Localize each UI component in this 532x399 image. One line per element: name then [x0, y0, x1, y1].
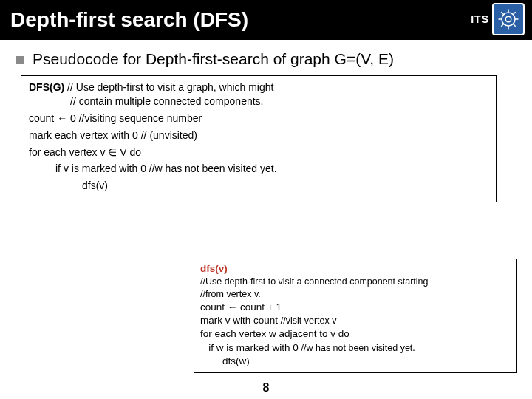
its-logo [492, 3, 525, 35]
page-number: 8 [0, 381, 532, 395]
page-title: Depth-first search (DFS) [10, 8, 248, 32]
svg-line-8 [501, 24, 503, 27]
code-comment: //w has not been visited yet. [301, 343, 415, 353]
svg-line-7 [514, 24, 516, 27]
code-comment: //from vertex v. [200, 288, 511, 301]
gear-icon [497, 8, 519, 30]
code-line: mark v with count //visit vertex v [200, 314, 511, 327]
pseudocode-main-box: DFS(G) // Use depth-first to visit a gra… [21, 75, 497, 202]
svg-line-6 [501, 12, 503, 14]
code-line: dfs(w) [200, 355, 511, 368]
code-func-name: dfs(v) [200, 263, 228, 274]
code-comment: // Use depth-first to visit a graph, whi… [64, 81, 273, 93]
title-bar: Depth-first search (DFS) ITS [0, 0, 532, 40]
brand-text: ITS [471, 13, 489, 25]
slide-body: Pseudocode for Depth-first-search of gra… [0, 40, 532, 202]
code-line: if w is marked with 0 //w has not been v… [200, 341, 511, 355]
code-line: dfs(v) [29, 179, 488, 193]
bullet-item: Pseudocode for Depth-first-search of gra… [16, 50, 516, 68]
code-text: if w is marked with 0 [200, 342, 301, 353]
svg-line-9 [514, 12, 516, 14]
code-line: for each vertex v ∈ V do [29, 146, 488, 160]
svg-point-1 [505, 16, 511, 22]
code-comment: // contain multiple connected components… [29, 95, 264, 107]
code-comment: //Use depth-first to visit a connected c… [200, 276, 511, 288]
bullet-text: Pseudocode for Depth-first-search of gra… [33, 50, 394, 68]
code-line: count ← 0 //visiting sequence number [29, 112, 488, 126]
code-line: DFS(G) // Use depth-first to visit a gra… [29, 81, 488, 109]
bullet-icon [16, 56, 24, 64]
code-line: if v is marked with 0 //w has not been v… [29, 162, 488, 176]
code-header: dfs(v) [200, 262, 511, 276]
code-keyword: DFS(G) [29, 81, 64, 93]
code-line: for each vertex w adjacent to v do [200, 327, 511, 341]
code-text: mark v with count [200, 315, 281, 326]
svg-point-0 [502, 13, 515, 26]
pseudocode-dfs-box: dfs(v) //Use depth-first to visit a conn… [194, 259, 517, 373]
code-line: count ← count + 1 [200, 301, 511, 314]
code-line: mark each vertex with 0 // (unvisited) [29, 129, 488, 143]
code-comment: //visit vertex v [281, 316, 337, 326]
